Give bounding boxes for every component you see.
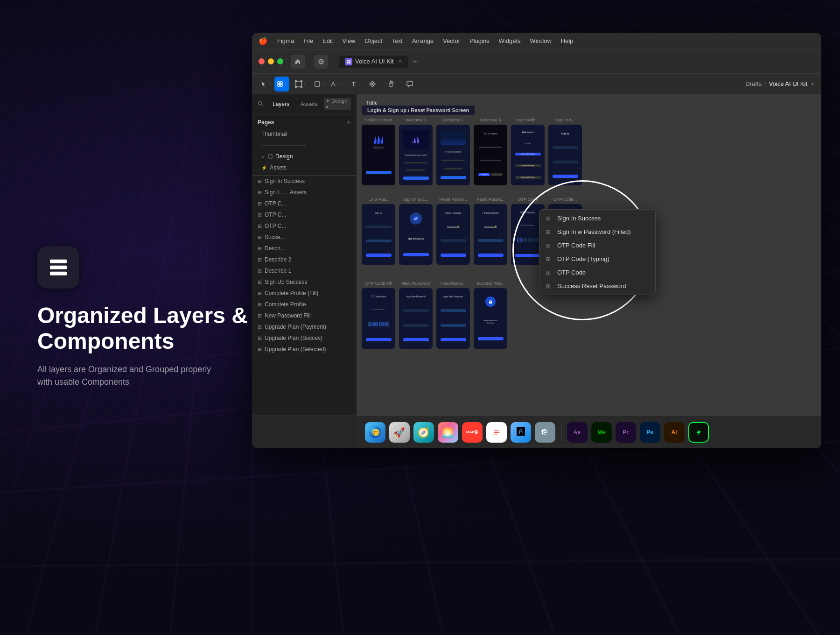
dock-appstore[interactable]: 🅰 [511,422,531,443]
screen-welcome2[interactable]: Welcome 2 AI Voice Changer [436,118,470,185]
layer-new-password[interactable]: ⊞ New Password Fill [252,310,357,321]
layer-otp-1[interactable]: ⊞ OTP C... [252,198,357,209]
ctx-item-otp-fill[interactable]: ⊞ OTP Code Fill [539,239,655,252]
screen-sign-w-pass[interactable]: ...n w Pas... Sign In [362,197,395,265]
screen-sign-in-w[interactable]: Sign In w... Sign In [548,118,582,185]
menu-help[interactable]: Help [557,36,577,46]
dock-safari[interactable]: 🧭 [413,422,434,443]
layer-upgrade-selected[interactable]: ⊞ Upgrade Plan (Selected) [252,344,357,355]
layer-upgrade-success[interactable]: ⊞ Upgrade Plan (Succes) [252,332,357,344]
ctx-item-otp-typing[interactable]: ⊞ OTP Code (Typing) [539,252,655,266]
menu-figma[interactable]: Figma [273,36,298,46]
screen-welcome2-label: Welcome 2 [443,118,464,122]
layer-label: Complete Profile [265,301,306,308]
move-tool[interactable] [259,77,273,92]
menu-view[interactable]: View [338,36,359,46]
layer-sign-in-assets[interactable]: ⊞ Sign I... ...Assets [252,187,357,198]
layer-describe2[interactable]: ⊞ Describe 2 [252,254,357,265]
globe-button[interactable] [314,55,328,69]
dock-zap[interactable] [688,422,709,443]
maximize-button[interactable] [277,58,283,64]
svg-rect-26 [494,434,497,435]
menu-file[interactable]: File [300,36,317,46]
menu-object[interactable]: Object [361,36,386,46]
ctx-item-sign-in-success[interactable]: ⊞ Sign In Success [539,212,655,225]
screen-welcome3[interactable]: Welcome 3 Text-to-Speech Continue [474,118,507,185]
page-assets[interactable]: ⚡ Assets [252,162,357,173]
dock-calendar[interactable]: MAR 9 [462,422,483,443]
layer-complete[interactable]: ⊞ Complete Profile [252,299,357,310]
screen-reset-pass2[interactable]: Reset Passw... Forgot Password Reset Pas… [474,197,507,265]
layer-otp-2[interactable]: ⊞ OTP C... [252,209,357,220]
breadcrumb-drafts[interactable]: Drafts [745,80,762,87]
ctx-item-success-reset[interactable]: ⊞ Success Reset Password [539,279,655,293]
svg-rect-4 [349,60,351,62]
tab-close-icon[interactable]: ✕ [398,58,402,64]
minimize-button[interactable] [268,58,274,64]
dock-media-encoder[interactable]: Me [591,422,612,443]
menu-text[interactable]: Text [388,36,406,46]
page-thumbnail[interactable]: Thumbnail [252,128,357,140]
svg-rect-24 [494,430,499,431]
shape-tool[interactable] [312,77,327,92]
frame-tool[interactable] [274,77,289,92]
layer-upgrade-payment[interactable]: ⊞ Upgrade Plan (Payment) [252,321,357,332]
apple-logo-icon[interactable]: 🍎 [259,36,268,45]
pen-tool[interactable] [328,77,343,92]
hand-tool[interactable] [384,77,399,92]
dock-finder[interactable]: 😊 [365,422,385,443]
screen-welcome2-thumb: AI Voice Changer [436,125,470,185]
dock-photoshop[interactable]: Ps [640,422,660,443]
layer-sign-up-success[interactable]: ⊞ Sign Up Success [252,276,357,288]
screen-otp-fill[interactable]: OTP Code Fill OTP Verification OTP Code … [362,281,395,349]
dock-photos[interactable]: 🌅 [438,422,458,443]
layer-otp-3[interactable]: ⊞ OTP C... [252,220,357,232]
screen-reset-pass1[interactable]: Reset Passw... Forgot Password Reset Pas… [436,197,470,265]
page-design[interactable]: ✓ Design [252,151,357,162]
dock-launchpad[interactable]: 🚀 [389,422,410,443]
screen-new-password[interactable]: New Password Input New Password [399,281,433,349]
svg-point-12 [295,80,297,82]
screen-welcome1[interactable]: Welcome 1 [399,118,433,185]
ctx-item-otp-code[interactable]: ⊞ OTP Code [539,266,655,279]
screen-new-password-fill[interactable]: New Passw... Input New Password [436,281,470,349]
screen-splash[interactable]: Splash Screen [362,118,395,185]
tab-assets[interactable]: Assets [296,99,322,109]
dock-premiere-pro[interactable]: Pr [616,422,636,443]
menu-vector[interactable]: Vector [439,36,464,46]
close-button[interactable] [259,58,265,64]
dock-settings[interactable] [535,422,555,443]
dock-illustrator[interactable]: Ai [664,422,685,443]
design-tab[interactable]: ✦ Design ▾ [324,98,351,110]
menu-plugins[interactable]: Plugins [466,36,493,46]
dock-after-effects[interactable]: Ae [567,422,588,443]
screen-reset-pass1-thumb: Forgot Password Reset Password 🔑 [436,204,470,265]
transform-tool[interactable] [293,77,308,92]
layer-complete-fill[interactable]: ⊞ Complete Profile (Fill) [252,288,357,299]
layer-describe1[interactable]: ⊞ Descri... [252,243,357,254]
menu-widgets[interactable]: Widgets [495,36,525,46]
screen-login-with[interactable]: Login With ... Welcome to Voice AI Conti… [511,118,545,185]
breadcrumb-current[interactable]: Voice AI UI Kit [769,80,807,87]
screen-login-with-label: Login With ... [516,118,540,122]
screen-sign-in-success[interactable]: Sign In Suc... Sign In Success [399,197,433,265]
component-tool[interactable] [365,77,380,92]
new-tab-button[interactable]: + [413,57,417,66]
ctx-item-sign-in-password[interactable]: ⊞ Sign In w Password (Filled) [539,225,655,239]
home-button[interactable] [291,55,305,69]
layer-label: Complete Profile (Fill) [265,290,318,296]
tab-voice-ai[interactable]: Voice AI UI Kit ✕ [339,56,408,68]
layer-success[interactable]: ⊞ Succe... [252,232,357,243]
menu-edit[interactable]: Edit [319,36,336,46]
menu-window[interactable]: Window [526,36,555,46]
layer-describe-1[interactable]: ⊞ Describe 1 [252,265,357,276]
screen-success-reset[interactable]: Success Res... Reset PasswordSuccess [474,281,507,349]
add-page-button[interactable]: + [347,118,351,127]
text-tool[interactable]: T [346,77,361,92]
comment-tool[interactable] [402,77,417,92]
layer-sign-in-success[interactable]: ⊞ Sign In Success [252,176,357,187]
tab-layers[interactable]: Layers [268,99,294,109]
dock-reminders[interactable] [486,422,507,443]
svg-rect-3 [347,60,349,62]
menu-arrange[interactable]: Arrange [408,36,437,46]
